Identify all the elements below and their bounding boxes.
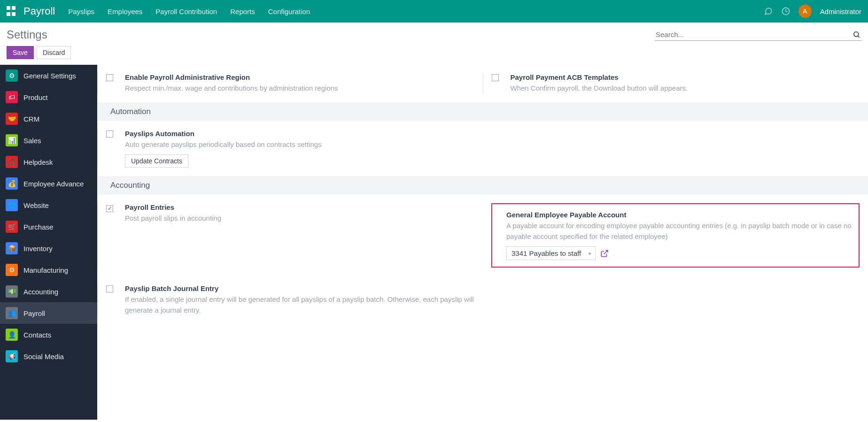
save-button[interactable]: Save <box>7 46 34 59</box>
opt-title: Payslips Automation <box>125 130 474 138</box>
opt-title: Payroll Entries <box>125 203 474 211</box>
sidebar-icon: ⚙ <box>6 264 18 276</box>
page-title: Settings <box>7 28 47 41</box>
top-nav: Payslips Employees Payroll Contribution … <box>68 8 310 15</box>
sidebar-item-label: CRM <box>23 115 39 123</box>
sidebar-item-employee-advance[interactable]: 💰Employee Advance <box>0 173 97 194</box>
nav-payroll-contribution[interactable]: Payroll Contribution <box>155 8 217 15</box>
opt-desc: Respect min./max. wage and contributions… <box>125 83 474 94</box>
nav-employees[interactable]: Employees <box>108 8 142 15</box>
checkbox-admin-region[interactable] <box>106 74 113 81</box>
sidebar-item-website[interactable]: 🌐Website <box>0 194 97 216</box>
highlight-payable-account: General Employee Payable Account A payab… <box>491 203 860 268</box>
sidebar-icon: 📦 <box>6 242 18 254</box>
sidebar-item-label: General Settings <box>23 72 76 80</box>
sidebar-icon: 🏷 <box>6 91 18 103</box>
opt-desc: When Confirm payroll, the Download butto… <box>511 83 860 94</box>
sidebar-item-label: Employee Advance <box>23 180 84 188</box>
external-link-icon[interactable] <box>600 249 609 258</box>
topbar: Payroll Payslips Employees Payroll Contr… <box>0 0 868 23</box>
opt-desc: A payable account for encoding employee … <box>506 221 852 242</box>
sidebar-item-label: Inventory <box>23 245 53 253</box>
search-field[interactable] <box>655 29 861 41</box>
sidebar-icon: 📊 <box>6 134 18 146</box>
sidebar-item-product[interactable]: 🏷Product <box>0 86 97 108</box>
opt-title: Payroll Payment ACB Templates <box>511 73 860 81</box>
discard-button[interactable]: Discard <box>37 46 71 59</box>
sidebar-item-social-media[interactable]: 📢Social Media <box>0 345 97 367</box>
nav-payslips[interactable]: Payslips <box>68 8 94 15</box>
sidebar-item-crm[interactable]: 🤝CRM <box>0 108 97 130</box>
clock-icon[interactable] <box>782 7 790 15</box>
sidebar-icon: 🌐 <box>6 199 18 211</box>
sidebar-icon: 💰 <box>6 177 18 190</box>
app-brand[interactable]: Payroll <box>23 5 55 17</box>
settings-sidebar: ⚙General Settings🏷Product🤝CRM📊Sales🎧Help… <box>0 65 97 420</box>
topbar-right: A Administrator <box>764 5 861 18</box>
sidebar-item-purchase[interactable]: 🛒Purchase <box>0 216 97 238</box>
sidebar-item-label: Sales <box>23 137 41 145</box>
action-bar: Save Discard <box>0 41 868 65</box>
nav-configuration[interactable]: Configuration <box>268 8 310 15</box>
username-label[interactable]: Administrator <box>820 8 861 15</box>
sidebar-item-label: Website <box>23 201 49 209</box>
settings-content: Enable Payroll Administrative Region Res… <box>97 65 868 420</box>
section-heading-accounting: Accounting <box>97 176 868 195</box>
sidebar-item-contacts[interactable]: 👤Contacts <box>0 324 97 345</box>
sidebar-item-manufacturing[interactable]: ⚙Manufacturing <box>0 259 97 281</box>
svg-point-1 <box>854 32 859 37</box>
opt-desc: If enabled, a single journal entry will … <box>125 294 474 315</box>
checkbox-payroll-entries[interactable] <box>106 205 113 212</box>
checkbox-payslips-automation[interactable] <box>106 130 113 138</box>
messages-icon[interactable] <box>764 7 773 15</box>
sidebar-item-label: Manufacturing <box>23 266 68 274</box>
opt-title: General Employee Payable Account <box>506 211 852 219</box>
sidebar-icon: 👤 <box>6 329 18 341</box>
sidebar-icon: 🤝 <box>6 113 18 125</box>
sidebar-item-inventory[interactable]: 📦Inventory <box>0 238 97 259</box>
sidebar-item-payroll[interactable]: 👥Payroll <box>0 302 97 324</box>
apps-launcher-icon[interactable] <box>7 6 17 16</box>
avatar[interactable]: A <box>798 5 812 18</box>
section-heading-automation: Automation <box>97 102 868 121</box>
search-input[interactable] <box>656 31 852 38</box>
opt-title: Payslip Batch Journal Entry <box>125 284 474 292</box>
search-icon[interactable] <box>852 31 860 38</box>
sidebar-icon: 🎧 <box>6 156 18 168</box>
opt-desc: Post payroll slips in accounting <box>125 213 474 224</box>
sidebar-item-sales[interactable]: 📊Sales <box>0 130 97 151</box>
opt-desc: Auto generate payslips periodically base… <box>125 139 474 150</box>
sidebar-item-label: Accounting <box>23 288 58 296</box>
sidebar-item-accounting[interactable]: 💵Accounting <box>0 281 97 302</box>
sidebar-icon: 💵 <box>6 285 18 298</box>
sidebar-item-label: Product <box>23 93 48 101</box>
sidebar-item-label: Purchase <box>23 223 53 231</box>
subheader: Settings <box>0 23 868 41</box>
sidebar-item-label: Social Media <box>23 353 64 361</box>
update-contracts-button[interactable]: Update Contracts <box>125 154 188 168</box>
sidebar-item-general-settings[interactable]: ⚙General Settings <box>0 65 97 86</box>
sidebar-icon: 📢 <box>6 350 18 362</box>
sidebar-icon: 🛒 <box>6 221 18 233</box>
sidebar-icon: 👥 <box>6 307 18 319</box>
payable-account-select[interactable]: 3341 Payables to staff <box>506 246 596 260</box>
nav-reports[interactable]: Reports <box>230 8 255 15</box>
checkbox-batch-journal[interactable] <box>106 285 113 292</box>
checkbox-acb-templates[interactable] <box>492 74 499 81</box>
opt-title: Enable Payroll Administrative Region <box>125 73 474 81</box>
sidebar-icon: ⚙ <box>6 69 18 82</box>
sidebar-item-helpdesk[interactable]: 🎧Helpdesk <box>0 151 97 173</box>
sidebar-item-label: Helpdesk <box>23 158 53 166</box>
sidebar-item-label: Contacts <box>23 331 51 339</box>
sidebar-item-label: Payroll <box>23 309 45 317</box>
